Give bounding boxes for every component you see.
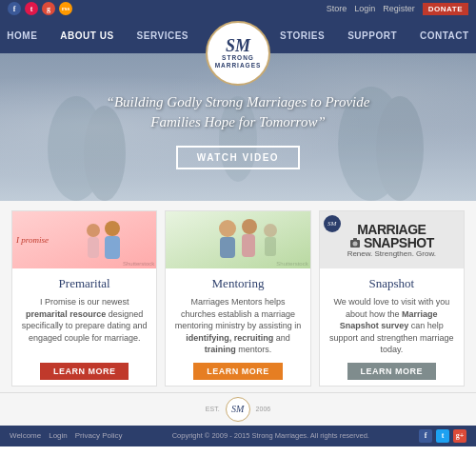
nav-home[interactable]: HOME [0, 30, 49, 41]
svg-rect-19 [353, 238, 357, 240]
premarital-learn-more-button[interactable]: Learn More [40, 363, 129, 380]
card-mentoring: Shutterstock Mentoring Marriages Mentors… [165, 210, 310, 387]
main-nav: HOME ABOUT US SERVICES STORIES SUPPORT C… [0, 17, 476, 53]
mentoring-watermark: Shutterstock [276, 261, 307, 267]
card-snapshot-image: SM MARRIAGE SNAPSHOT Renew. Strengthen. … [320, 211, 464, 268]
nav-services[interactable]: SERVICES [126, 30, 200, 41]
footer-year: 2006 [256, 406, 271, 412]
svg-point-6 [87, 224, 100, 237]
svg-point-18 [352, 241, 357, 246]
footer-links-group: Welcome Login Privacy Policy [10, 431, 123, 440]
logo-monogram: SM [226, 37, 250, 54]
footer-logo-bar: EST. SM 2006 [0, 392, 476, 426]
footer-bottom: Welcome Login Privacy Policy Copyright ©… [0, 426, 476, 446]
svg-rect-12 [220, 237, 235, 258]
top-nav-right: Store Login Register DONATE [327, 3, 468, 15]
snapshot-subtitle-row: SNAPSHOT [349, 236, 434, 249]
footer-logo-mini: SM [226, 397, 250, 422]
social-icons-group: f t g rss [8, 2, 72, 15]
footer-privacy-link[interactable]: Privacy Policy [75, 431, 123, 440]
footer-twitter-icon[interactable]: t [436, 429, 449, 443]
svg-rect-7 [88, 237, 99, 258]
mentoring-learn-more-button[interactable]: Learn More [193, 363, 283, 380]
snapshot-subline: Renew. Strengthen. Grow. [347, 249, 436, 258]
card-snapshot: SM MARRIAGE SNAPSHOT Renew. Strengthen. … [319, 210, 465, 387]
snapshot-learn-more-button[interactable]: Learn More [347, 363, 437, 380]
footer-login-link[interactable]: Login [49, 431, 68, 440]
footer-welcome-link[interactable]: Welcome [10, 431, 41, 440]
card-snapshot-desc: We would love to visit with you about ho… [327, 296, 456, 356]
svg-rect-16 [265, 237, 276, 256]
svg-point-15 [264, 224, 277, 237]
footer-social-icons: f t g+ [419, 429, 466, 443]
card-snapshot-title: Snapshot [368, 276, 414, 291]
svg-rect-10 [166, 211, 309, 268]
hero-quote: “Building Godly Strong Marriages to Prov… [76, 92, 400, 132]
svg-rect-14 [242, 234, 255, 257]
facebook-icon[interactable]: f [8, 2, 21, 15]
footer-facebook-icon[interactable]: f [419, 429, 432, 443]
snapshot-big-text: MARRIAGE [357, 223, 426, 236]
card-mentoring-title: Mentoring [212, 276, 265, 291]
googleplus-icon[interactable]: g [42, 2, 55, 15]
nav-stories[interactable]: STORIES [268, 30, 336, 41]
top-bar: f t g rss Store Login Register DONATE [0, 0, 476, 17]
card-premarital-image: I promise Shutterstock [12, 211, 156, 268]
mentoring-image-svg [166, 211, 309, 268]
twitter-icon[interactable]: t [25, 2, 38, 15]
svg-point-13 [242, 219, 257, 234]
card-mentoring-desc: Marriages Mentors helps churches establi… [173, 296, 302, 356]
store-link[interactable]: Store [327, 4, 347, 13]
card-mentoring-body: Mentoring Marriages Mentors helps church… [166, 268, 309, 386]
cards-section: I promise Shutterstock Premarital I Prom… [0, 201, 476, 392]
snapshot-text: SNAPSHOT [364, 236, 434, 249]
premarital-watermark: Shutterstock [123, 261, 154, 267]
card-snapshot-body: Snapshot We would love to visit with you… [320, 268, 464, 386]
nav-about[interactable]: ABOUT US [49, 30, 125, 41]
snapshot-logo-mini: SM [324, 215, 341, 232]
premarital-overlay-text: I promise [16, 235, 49, 245]
donate-button[interactable]: DONATE [423, 3, 468, 15]
register-link[interactable]: Register [383, 4, 415, 13]
rss-icon[interactable]: rss [59, 2, 72, 15]
footer-googleplus-icon[interactable]: g+ [453, 429, 466, 443]
footer-est-label: EST. [206, 406, 220, 412]
svg-rect-9 [105, 236, 120, 259]
footer-copyright: Copyright © 2009 - 2015 Strong Marriages… [172, 431, 369, 440]
card-premarital: I promise Shutterstock Premarital I Prom… [11, 210, 157, 387]
login-link[interactable]: Login [354, 4, 375, 13]
nav-support[interactable]: SUPPORT [336, 30, 408, 41]
snapshot-camera-icon [349, 237, 361, 248]
site-logo[interactable]: SM STRONGMARRIAGES [206, 21, 270, 86]
logo-name: STRONGMARRIAGES [215, 54, 262, 69]
card-premarital-desc: I Promise is our newest premarital resou… [20, 296, 149, 356]
svg-point-8 [105, 221, 120, 236]
card-mentoring-image: Shutterstock [166, 211, 309, 268]
card-premarital-body: Premarital I Promise is our newest prema… [12, 268, 156, 386]
watch-video-button[interactable]: WATCH VIDEO [176, 146, 300, 169]
svg-point-11 [219, 220, 236, 237]
nav-contact[interactable]: CONTACT [408, 30, 476, 41]
card-premarital-title: Premarital [59, 276, 110, 291]
